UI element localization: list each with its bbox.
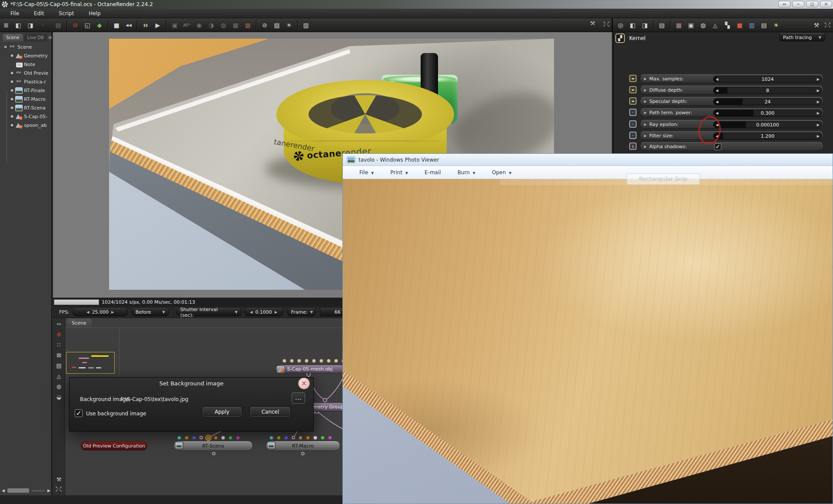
camera-icon[interactable]: ▦ — [231, 22, 240, 29]
red-region-icon[interactable]: ▩ — [243, 22, 252, 29]
use-background-checkbox[interactable]: ✓ — [75, 409, 83, 417]
filter-size-slider[interactable]: ◀1.200▶ — [713, 133, 822, 139]
tree-item-rt-macro[interactable]: +RT-Macro — [0, 95, 52, 103]
node-pin[interactable] — [290, 359, 294, 363]
float-param-icon[interactable]: ~ — [629, 120, 637, 128]
node-pin[interactable] — [192, 436, 196, 440]
apply-button[interactable]: Apply — [202, 407, 242, 417]
kernel-preset-dropdown[interactable]: Path tracing▼ — [780, 33, 825, 41]
copy-up-icon[interactable]: ◨ — [26, 22, 35, 29]
node-pin[interactable] — [221, 436, 225, 440]
pv-menu-file[interactable]: File▼ — [359, 169, 374, 176]
tree-item-rt-finale[interactable]: +RT-Finale — [0, 86, 52, 95]
dialog-close-button[interactable]: × — [298, 378, 310, 389]
expander-icon[interactable]: − — [3, 45, 7, 49]
float-param-icon[interactable]: ~ — [629, 132, 637, 139]
tree-item-s-cap-05[interactable]: +S-Cap-05- — [0, 112, 52, 121]
node-pin[interactable] — [305, 359, 309, 363]
scrollbar-thumb[interactable] — [7, 488, 29, 493]
node-pin[interactable] — [319, 359, 323, 363]
node-pin[interactable] — [306, 436, 310, 440]
alpha-checker-icon[interactable]: ▨ — [272, 22, 282, 29]
pv-menu-email[interactable]: E-mail — [425, 169, 441, 176]
viewport-expand-icon[interactable]: ↖↗↙↘ — [603, 22, 610, 27]
wrench-icon[interactable]: ⚒ — [812, 22, 821, 29]
sun-icon[interactable]: ☀ — [771, 22, 781, 29]
shutter-stepper[interactable]: ◀0.1000▶ — [244, 308, 283, 316]
int-param-icon[interactable]: ▬ — [629, 75, 637, 82]
tree-item-note[interactable]: Note — [0, 60, 52, 69]
node-pin[interactable] — [292, 436, 295, 439]
lens-icon[interactable]: ⊘ — [260, 22, 269, 29]
bool-param-icon[interactable]: ‖ — [629, 143, 637, 150]
environment-image-icon[interactable]: ▤ — [759, 22, 769, 29]
pv-menu-print[interactable]: Print▼ — [390, 169, 408, 176]
menu-file[interactable]: File — [10, 10, 19, 17]
node-pin[interactable] — [277, 436, 281, 440]
node-pin[interactable] — [312, 359, 316, 363]
mesh-icon[interactable]: ◬ — [710, 22, 720, 29]
browse-button[interactable]: ... — [292, 392, 305, 404]
menu-help[interactable]: Help — [89, 10, 100, 17]
expander-icon[interactable]: + — [10, 89, 14, 93]
camera-lock-icon[interactable]: ◍ — [219, 22, 228, 29]
image-icon[interactable]: ▤ — [657, 22, 667, 29]
alpha-shadows-checkbox[interactable]: ✓ — [714, 143, 721, 150]
node-input-pins[interactable] — [177, 436, 240, 440]
expander-icon[interactable]: + — [10, 80, 14, 84]
close-button[interactable]: × — [820, 1, 832, 7]
max-samples-slider[interactable]: ◀1024▶ — [713, 76, 822, 83]
resize-button[interactable]: ⇔ — [778, 1, 790, 7]
node-pin[interactable] — [321, 436, 325, 440]
node-list-icon[interactable]: ≣ — [1, 22, 11, 29]
float-param-icon[interactable]: ~ — [629, 109, 637, 116]
camera-icon[interactable]: ▦ — [674, 22, 684, 29]
node-pin[interactable] — [206, 436, 210, 440]
shutter-interval-dropdown[interactable]: Shutter interval (sec):▼ — [176, 308, 242, 316]
tree-item-geometry[interactable]: +Geometry — [0, 51, 52, 60]
tab-scene[interactable]: Scene — [3, 34, 23, 42]
viewport-wrench-icon[interactable]: ⚒ — [590, 20, 595, 27]
maximize-button[interactable]: ◫ — [806, 1, 818, 7]
path-term-power-slider[interactable]: ◀0.300▶ — [713, 109, 822, 116]
node-output-pin[interactable] — [301, 452, 305, 455]
pause-icon[interactable]: ▮▮ — [141, 23, 150, 27]
scroll-right-icon[interactable]: ▶ — [47, 488, 50, 493]
menu-script[interactable]: Script — [59, 10, 74, 17]
node-pin[interactable] — [282, 359, 286, 363]
scroll-left-icon[interactable]: ◀ — [2, 488, 5, 493]
color-picker-icon[interactable]: ◉ — [194, 22, 204, 29]
node-input-pins[interactable] — [282, 359, 345, 363]
expander-icon[interactable]: + — [10, 54, 14, 58]
node-pin[interactable] — [269, 436, 273, 440]
tree-item-spoon[interactable]: +spoon_ab — [0, 121, 52, 129]
node-rt-macro[interactable]: RT-Macro — [265, 441, 340, 451]
film-icon[interactable]: ◍ — [698, 22, 708, 29]
int-param-icon[interactable]: ▬ — [629, 86, 637, 93]
node-pin[interactable] — [229, 436, 232, 440]
node-pin[interactable] — [177, 436, 181, 440]
layers-icon[interactable]: ▥ — [747, 22, 757, 29]
disable-render-icon[interactable]: ⊘ — [70, 22, 80, 29]
options-dot-icon[interactable]: ◦ — [38, 22, 47, 29]
autofocus-icon[interactable]: AF¹ — [182, 23, 192, 27]
shutter-alignment-dropdown[interactable]: Before▼ — [132, 308, 169, 316]
copy-up-icon[interactable]: ◨ — [640, 22, 650, 29]
ray-epsilon-slider[interactable]: ◀0.000100▶ — [713, 121, 822, 128]
node-old-preview-configuration[interactable]: Old Preview Configuration — [81, 441, 147, 451]
crop-monitor-icon[interactable]: ▣ — [686, 22, 696, 29]
copy-down-icon[interactable]: ◧ — [13, 22, 23, 29]
render-target-icon[interactable]: ◎ — [616, 22, 625, 29]
tab-live-db[interactable]: Live DB — [24, 34, 47, 42]
minimize-button[interactable]: ─ — [792, 1, 804, 7]
photo-viewer-title-bar[interactable]: tavolo - Windows Photo Viewer — [343, 154, 833, 166]
node-pin[interactable] — [199, 436, 203, 439]
expander-icon[interactable]: + — [10, 106, 14, 110]
copy-down-icon[interactable]: ◧ — [628, 22, 637, 29]
node-pin[interactable] — [284, 436, 288, 440]
specular-depth-slider[interactable]: ◀24▶ — [713, 98, 822, 105]
node-pin[interactable] — [299, 436, 302, 440]
tree-item-plastica[interactable]: +Plastica-r — [0, 77, 52, 86]
fps-stepper[interactable]: ◀25.000▶ — [73, 308, 128, 316]
cancel-button[interactable]: Cancel — [250, 407, 290, 417]
